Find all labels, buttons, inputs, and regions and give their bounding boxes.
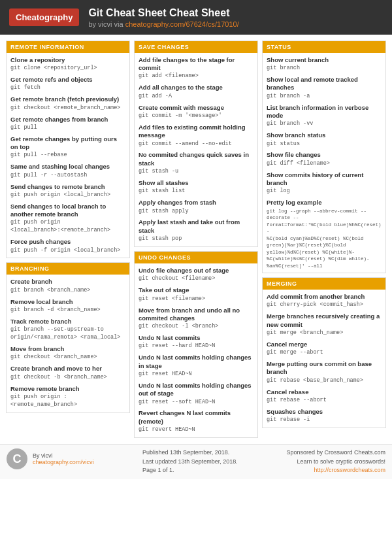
list-item: Undo N last commits git reset --hard HEA… bbox=[139, 334, 253, 350]
list-item: Take out of stage git reset <filename> bbox=[139, 286, 253, 303]
list-item: Add all changes to the stage git add -A bbox=[139, 84, 253, 100]
list-item: Move from branch and undo all no commite… bbox=[139, 307, 253, 331]
list-item: Revert changes N last commits (remote) g… bbox=[139, 409, 253, 434]
list-item: Show local and remote tracked branches g… bbox=[267, 76, 382, 101]
footer-sponsor: Sponsored by Crossword Cheats.com Learn … bbox=[286, 448, 385, 475]
list-item: Clone a repository git clone <repository… bbox=[10, 56, 125, 73]
page-header: Cheatography Git Cheat Sheet Cheat Sheet… bbox=[0, 0, 392, 35]
undo-changes-body: Undo file changes out of stage git check… bbox=[135, 263, 257, 437]
list-item: Add file changes to the stage for commit… bbox=[139, 56, 253, 81]
list-item: Apply changes from stash git stash apply bbox=[139, 199, 253, 215]
header-title-block: Git Cheat Sheet Cheat Sheet by vicvi via… bbox=[88, 7, 238, 28]
footer-updated: Last updated 13th September, 2018. bbox=[142, 458, 238, 467]
branching-body: Create branch git branch <branch_name> R… bbox=[7, 275, 129, 412]
section-branching: BRANCHING Create branch git branch <bran… bbox=[6, 262, 130, 412]
merging-header: MERGING bbox=[263, 278, 385, 290]
list-item: Show branch status git status bbox=[267, 131, 382, 148]
save-changes-body: Add file changes to the stage for commit… bbox=[135, 53, 257, 246]
list-item: Send changes to local branch to another … bbox=[10, 203, 125, 235]
list-item: Track remote branch git branch --set-ups… bbox=[10, 318, 125, 342]
footer-page: Page 1 of 1. bbox=[142, 466, 238, 475]
page-title: Git Cheat Sheet Cheat Sheet bbox=[88, 7, 238, 20]
list-item: Show file changes git diff <filename> bbox=[267, 151, 382, 167]
footer-sponsor-label: Sponsored by Crossword Cheats.com bbox=[286, 448, 385, 458]
column-1: REMOTE INFORMATION Clone a repository gi… bbox=[4, 39, 132, 440]
list-item: Cancel rebase git rebase --abort bbox=[267, 388, 382, 405]
section-remote-information: REMOTE INFORMATION Clone a repository gi… bbox=[6, 41, 130, 259]
list-item: Same and stashing local changes git pull… bbox=[10, 163, 125, 179]
undo-changes-header: UNDO CHANGES bbox=[135, 252, 257, 263]
list-item: Undo N last commits holding changes out … bbox=[139, 382, 253, 407]
page-subtitle: by vicvi via cheatography.com/67624/cs/1… bbox=[88, 20, 238, 28]
footer-published: Published 13th September, 2018. bbox=[142, 448, 238, 458]
remote-information-body: Clone a repository git clone <repository… bbox=[7, 53, 129, 258]
list-item: Remove local branch git branch -d <branc… bbox=[10, 298, 125, 314]
list-item: Show all stashes git stash list bbox=[139, 179, 253, 195]
status-header: STATUS bbox=[263, 41, 385, 53]
subtitle-link[interactable]: cheatography.com/67624/cs/17010/ bbox=[125, 20, 239, 28]
list-item: Remove remote branch git push origin :<r… bbox=[10, 385, 125, 409]
list-item: Show commits history of current branch g… bbox=[267, 171, 382, 196]
section-save-changes: SAVE CHANGES Add file changes to the sta… bbox=[134, 41, 258, 247]
list-item: Cancel merge git merge --abort bbox=[267, 341, 382, 357]
section-status: STATUS Show current branch git branch Sh… bbox=[262, 41, 386, 273]
main-content: REMOTE INFORMATION Clone a repository gi… bbox=[0, 35, 392, 444]
list-item: Squashes changes git rebase -i bbox=[267, 408, 382, 424]
list-item: Add files to existing commit holding mes… bbox=[139, 124, 253, 148]
status-body: Show current branch git branch Show loca… bbox=[263, 53, 385, 273]
footer-by-label: By vicvi bbox=[33, 452, 93, 459]
section-undo-changes: UNDO CHANGES Undo file changes out of st… bbox=[134, 251, 258, 438]
list-item: Merge branches recursively creating a ne… bbox=[267, 312, 382, 337]
list-item: Undo file changes out of stage git check… bbox=[139, 267, 253, 283]
footer-sponsor-link[interactable]: http://crosswordcheats.com bbox=[314, 467, 385, 473]
footer-author-link[interactable]: cheatography.com/vicvi bbox=[33, 459, 93, 465]
subtitle-pre: by vicvi via bbox=[88, 20, 125, 28]
branching-header: BRANCHING bbox=[7, 263, 129, 275]
list-item: List branch information in verbose mode … bbox=[267, 104, 382, 129]
list-item: Create branch git branch <branch_name> bbox=[10, 278, 125, 294]
page-footer: C By vicvi cheatography.com/vicvi Publis… bbox=[0, 444, 392, 479]
list-item: No commited changes quick saves in stack… bbox=[139, 151, 253, 176]
footer-sponsor-text: Learn to solve cryptic crosswords! bbox=[286, 458, 385, 467]
list-item: Apply last stash and take out from stack… bbox=[139, 218, 253, 243]
save-changes-header: SAVE CHANGES bbox=[135, 41, 257, 53]
remote-information-header: REMOTE INFORMATION bbox=[7, 41, 129, 53]
list-item: Send changes to remote branch git push o… bbox=[10, 183, 125, 199]
column-2: SAVE CHANGES Add file changes to the sta… bbox=[132, 39, 260, 440]
list-item: Get remote refs and objects git fetch bbox=[10, 76, 125, 92]
list-item: Pretty log example git log --graph --abb… bbox=[267, 199, 382, 269]
list-item: Create commit with message git commit -m… bbox=[139, 104, 253, 120]
list-item: Undo N last commits holding changes in s… bbox=[139, 354, 253, 378]
footer-logo: C bbox=[7, 448, 27, 469]
footer-meta: Published 13th September, 2018. Last upd… bbox=[142, 448, 238, 475]
list-item: Add commit from another branch git cherr… bbox=[267, 293, 382, 309]
footer-author-info: By vicvi cheatography.com/vicvi bbox=[33, 452, 93, 465]
list-item: Get remote changes from branch git pull bbox=[10, 116, 125, 132]
list-item: Create branch and move to her git checko… bbox=[10, 365, 125, 381]
list-item: Merge putting ours commit on base branch… bbox=[267, 360, 382, 385]
footer-author-block: C By vicvi cheatography.com/vicvi bbox=[7, 448, 93, 469]
list-item: Move from branch git checkout <branch_na… bbox=[10, 345, 125, 362]
list-item: Get remote changes by putting ours on to… bbox=[10, 135, 125, 160]
section-merging: MERGING Add commit from another branch g… bbox=[262, 277, 386, 428]
logo: Cheatography bbox=[9, 8, 79, 26]
list-item: Force push changes git push -f origin <l… bbox=[10, 238, 125, 254]
merging-body: Add commit from another branch git cherr… bbox=[263, 290, 385, 428]
list-item: Show current branch git branch bbox=[267, 56, 382, 73]
list-item: Get remote branch (fetch previosuly) git… bbox=[10, 95, 125, 112]
column-3: STATUS Show current branch git branch Sh… bbox=[260, 39, 388, 440]
